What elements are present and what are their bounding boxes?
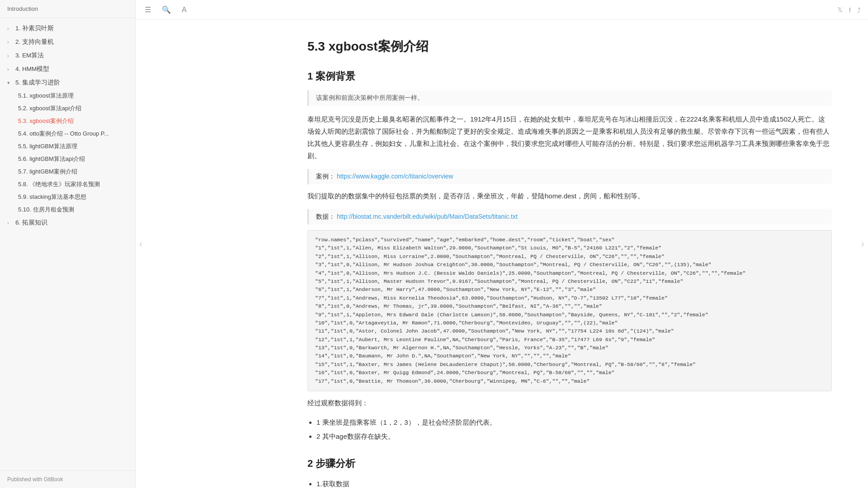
sidebar-nav: ›1. 补素贝叶斯›2. 支持向量机›3. EM算法›4. HMM模型▾5. 集… bbox=[0, 18, 135, 470]
case-label: 案例： bbox=[316, 173, 335, 180]
menu-icon[interactable]: ☰ bbox=[143, 4, 153, 16]
data-url[interactable]: http://biostat.mc.vanderbilt.edu/wiki/pu… bbox=[337, 213, 518, 220]
social-bar: 𝕏 f ⤴ bbox=[830, 0, 868, 20]
next-button[interactable]: › bbox=[858, 235, 868, 253]
sidebar-item-label: 4. HMM模型 bbox=[15, 65, 49, 73]
chevron-icon: › bbox=[7, 26, 13, 31]
list-item: 2 其中age数据存在缺失。 bbox=[316, 430, 832, 442]
chevron-icon: ▾ bbox=[7, 80, 13, 86]
sidebar-subitem-s510[interactable]: 5.10. 住房月租金预测 bbox=[0, 203, 135, 216]
list-item: 1 乘坐班是指乘客班（1，2，3），是社会经济阶层的代表。 bbox=[316, 416, 832, 428]
section1-title: 1 案例背景 bbox=[307, 70, 832, 83]
sidebar-header: Introduction bbox=[0, 0, 135, 18]
chevron-icon: › bbox=[7, 220, 13, 225]
data-label: 数据： bbox=[316, 213, 335, 220]
chevron-icon: › bbox=[7, 53, 13, 58]
section1-blockquote: 该案例和前面决策树中所用案例一样。 bbox=[307, 90, 832, 106]
sidebar-footer: Published with GitBook bbox=[0, 470, 135, 488]
search-icon[interactable]: 🔍 bbox=[160, 4, 173, 16]
observations-list: 1 乘坐班是指乘客班（1，2，3），是社会经济阶层的代表。2 其中age数据存在… bbox=[316, 416, 832, 442]
sidebar-subitem-s57[interactable]: 5.7. lightGBM案例介绍 bbox=[0, 165, 135, 178]
section2-list: 1.获取数据2.数据基本处理 bbox=[316, 478, 832, 488]
section2-title: 2 步骤分析 bbox=[307, 457, 832, 470]
sidebar: Introduction ›1. 补素贝叶斯›2. 支持向量机›3. EM算法›… bbox=[0, 0, 136, 488]
twitter-icon[interactable]: 𝕏 bbox=[837, 6, 843, 14]
sidebar-subitem-s56[interactable]: 5.6. lightGBM算法api介绍 bbox=[0, 153, 135, 165]
chevron-icon: › bbox=[7, 66, 13, 72]
sidebar-item-ch5[interactable]: ▾5. 集成学习进阶 bbox=[0, 76, 135, 89]
section1-para2: 我们提取的的数据集中的特征包括票的类别，是否存活，乘坐班次，年龄，登陆home.… bbox=[307, 190, 832, 202]
code-block: "row.names","pclass","survived","name","… bbox=[307, 230, 832, 391]
data-link-block: 数据： http://biostat.mc.vanderbilt.edu/wik… bbox=[307, 209, 832, 225]
sidebar-subitem-s58[interactable]: 5.8. 《绝地求生》玩家排名预测 bbox=[0, 178, 135, 191]
sidebar-subitem-s51[interactable]: 5.1. xgboost算法原理 bbox=[0, 89, 135, 102]
share-icon[interactable]: ⤴ bbox=[857, 6, 861, 14]
page-title: 5.3 xgboost案例介绍 bbox=[307, 38, 832, 55]
sidebar-subitem-s59[interactable]: 5.9. stacking算法基本思想 bbox=[0, 191, 135, 203]
sidebar-item-ch4[interactable]: ›4. HMM模型 bbox=[0, 62, 135, 76]
prev-button[interactable]: ‹ bbox=[136, 235, 146, 253]
font-icon[interactable]: A bbox=[180, 4, 189, 16]
section1-para1: 泰坦尼克号沉没是历史上最臭名昭著的沉船事件之一。1912年4月15日，在她的处女… bbox=[307, 113, 832, 162]
case-url[interactable]: https://www.kaggle.com/c/titanic/overvie… bbox=[337, 173, 453, 180]
chevron-icon: › bbox=[7, 39, 13, 45]
sidebar-item-label: 3. EM算法 bbox=[15, 52, 44, 60]
facebook-icon[interactable]: f bbox=[849, 6, 851, 14]
sidebar-item-label: 2. 支持向量机 bbox=[15, 38, 54, 46]
sidebar-subitem-s52[interactable]: 5.2. xgboost算法api介绍 bbox=[0, 102, 135, 115]
sidebar-item-label: 1. 补素贝叶斯 bbox=[15, 24, 54, 33]
sidebar-item-label: 5. 集成学习进阶 bbox=[15, 79, 60, 87]
sidebar-item-ch2[interactable]: ›2. 支持向量机 bbox=[0, 35, 135, 49]
sidebar-subitem-s55[interactable]: 5.5. lightGBM算法原理 bbox=[0, 140, 135, 153]
sidebar-item-ch1[interactable]: ›1. 补素贝叶斯 bbox=[0, 22, 135, 35]
case-link-block: 案例： https://www.kaggle.com/c/titanic/ove… bbox=[307, 169, 832, 184]
main-content: 5.3 xgboost案例介绍 1 案例背景 该案例和前面决策树中所用案例一样。… bbox=[271, 20, 868, 488]
toolbar: ☰ 🔍 A bbox=[136, 0, 868, 20]
sidebar-item-ch3[interactable]: ›3. EM算法 bbox=[0, 49, 135, 62]
sidebar-item-ch6[interactable]: ›6. 拓展知识 bbox=[0, 216, 135, 230]
sidebar-subitem-s54[interactable]: 5.4. otto案例介绍 -- Otto Group P... bbox=[0, 127, 135, 140]
observations-title: 经过观察数据得到： bbox=[307, 397, 832, 409]
sidebar-item-label: 6. 拓展知识 bbox=[15, 219, 47, 227]
sidebar-subitem-s53[interactable]: 5.3. xgboost案例介绍 bbox=[0, 115, 135, 127]
list-item: 1.获取数据 bbox=[316, 478, 832, 488]
